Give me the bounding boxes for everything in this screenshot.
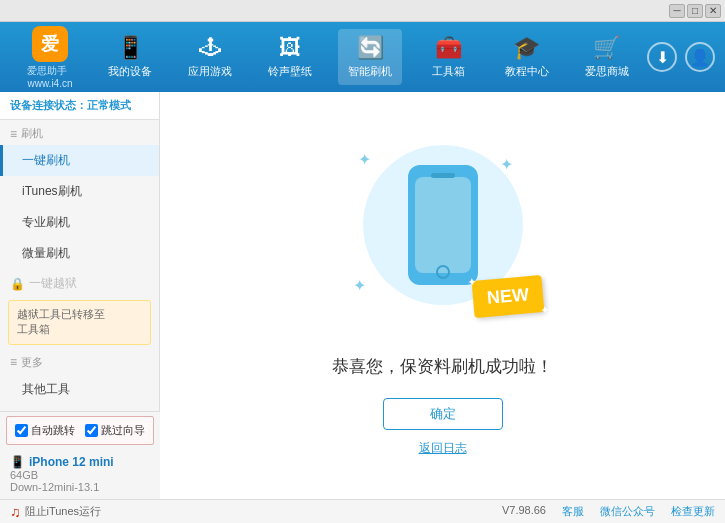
phone-screen xyxy=(415,177,471,273)
device-icon: 📱 xyxy=(117,35,144,61)
sidebar-item-pro-flash[interactable]: 专业刷机 xyxy=(0,207,159,238)
sidebar-item-itunes-flash[interactable]: iTunes刷机 xyxy=(0,176,159,207)
device-info: 📱 iPhone 12 mini 64GB Down-12mini-13.1 xyxy=(0,449,160,499)
sparkle-icon-2: ✦ xyxy=(500,155,513,174)
itunes-label[interactable]: 阻止iTunes运行 xyxy=(25,504,102,519)
section-more-label: 更多 xyxy=(21,355,43,370)
nav-my-device[interactable]: 📱 我的设备 xyxy=(98,29,162,85)
section-icon: ≡ xyxy=(10,127,17,141)
nav-actions: ⬇ 👤 xyxy=(647,42,715,72)
section-jailbreak-label: 一键越狱 xyxy=(29,275,77,292)
skip-wizard-checkbox-label[interactable]: 跳过向导 xyxy=(85,423,145,438)
wallpaper-icon: 🖼 xyxy=(279,35,301,61)
logo-icon: 爱 xyxy=(32,26,68,62)
new-badge: NEW xyxy=(471,275,544,318)
nav-flash-label: 智能刷机 xyxy=(348,64,392,79)
support-link[interactable]: 客服 xyxy=(562,504,584,519)
user-button[interactable]: 👤 xyxy=(685,42,715,72)
logo-text: 爱思助手 www.i4.cn xyxy=(27,64,72,89)
nav-apps-label: 应用游戏 xyxy=(188,64,232,79)
section-flash-label: 刷机 xyxy=(21,126,43,141)
minimize-button[interactable]: ─ xyxy=(669,4,685,18)
tutorial-icon: 🎓 xyxy=(513,35,540,61)
auto-jump-checkbox[interactable] xyxy=(15,424,28,437)
version-label: V7.98.66 xyxy=(502,504,546,519)
footer-left: ♫ 阻止iTunes运行 xyxy=(10,504,101,520)
nav-shop-label: 爱思商城 xyxy=(585,64,629,79)
nav-smart-flash[interactable]: 🔄 智能刷机 xyxy=(338,29,402,85)
success-illustration: ✦ ✦ ✦ NEW xyxy=(343,135,543,335)
skip-wizard-label: 跳过向导 xyxy=(101,423,145,438)
phone-notch xyxy=(431,173,455,178)
flash-icon: 🔄 xyxy=(357,35,384,61)
content-area: ✦ ✦ ✦ NEW 恭喜您，保资料刷机成功啦！ 确定 返回日志 xyxy=(160,92,725,499)
sidebar-item-other-tools[interactable]: 其他工具 xyxy=(0,374,159,405)
nav-toolbox-label: 工具箱 xyxy=(432,64,465,79)
device-storage: 64GB xyxy=(10,469,150,481)
section-jailbreak-header: 🔒 一键越狱 xyxy=(0,269,159,296)
more-icon: ≡ xyxy=(10,355,17,369)
nav-bar: 📱 我的设备 🕹 应用游戏 🖼 铃声壁纸 🔄 智能刷机 🧰 工具箱 🎓 教程中心… xyxy=(90,29,647,85)
sidebar-item-micro-flash[interactable]: 微量刷机 xyxy=(0,238,159,269)
nav-tutorial[interactable]: 🎓 教程中心 xyxy=(495,29,559,85)
phone-image xyxy=(408,165,478,285)
nav-apps-games[interactable]: 🕹 应用游戏 xyxy=(178,29,242,85)
back-link[interactable]: 返回日志 xyxy=(419,440,467,457)
nav-my-device-label: 我的设备 xyxy=(108,64,152,79)
nav-toolbox[interactable]: 🧰 工具箱 xyxy=(419,29,479,85)
auto-jump-checkbox-label[interactable]: 自动跳转 xyxy=(15,423,75,438)
phone-icon: 📱 xyxy=(10,455,25,469)
status-value: 正常模式 xyxy=(87,99,131,111)
nav-wallpaper-label: 铃声壁纸 xyxy=(268,64,312,79)
header: 爱 爱思助手 www.i4.cn 📱 我的设备 🕹 应用游戏 🖼 铃声壁纸 🔄 … xyxy=(0,22,725,92)
connection-status: 设备连接状态：正常模式 xyxy=(0,92,159,120)
maximize-button[interactable]: □ xyxy=(687,4,703,18)
toolbox-icon: 🧰 xyxy=(435,35,462,61)
itunes-icon: ♫ xyxy=(10,504,21,520)
section-flash-header: ≡ 刷机 xyxy=(0,120,159,145)
nav-shop[interactable]: 🛒 爱思商城 xyxy=(575,29,639,85)
skip-wizard-checkbox[interactable] xyxy=(85,424,98,437)
sparkle-icon-3: ✦ xyxy=(353,276,366,295)
jailbreak-note: 越狱工具已转移至工具箱 xyxy=(8,300,151,345)
success-message: 恭喜您，保资料刷机成功啦！ xyxy=(332,355,553,378)
wechat-link[interactable]: 微信公众号 xyxy=(600,504,655,519)
shop-icon: 🛒 xyxy=(593,35,620,61)
title-bar: ─ □ ✕ xyxy=(0,0,725,22)
device-system: Down-12mini-13.1 xyxy=(10,481,150,493)
apps-icon: 🕹 xyxy=(199,35,221,61)
check-update-link[interactable]: 检查更新 xyxy=(671,504,715,519)
checkbox-row: 自动跳转 跳过向导 xyxy=(6,416,154,445)
logo: 爱 爱思助手 www.i4.cn xyxy=(10,26,90,89)
phone-home-button xyxy=(436,265,450,279)
auto-jump-label: 自动跳转 xyxy=(31,423,75,438)
bottom-panel: 自动跳转 跳过向导 📱 iPhone 12 mini 64GB Down-12m… xyxy=(0,411,160,499)
confirm-button[interactable]: 确定 xyxy=(383,398,503,430)
status-label: 设备连接状态： xyxy=(10,99,87,111)
status-bar: ♫ 阻止iTunes运行 V7.98.66 客服 微信公众号 检查更新 xyxy=(0,499,725,523)
lock-icon: 🔒 xyxy=(10,277,25,291)
sparkle-icon-1: ✦ xyxy=(358,150,371,169)
device-name: 📱 iPhone 12 mini xyxy=(10,455,150,469)
close-button[interactable]: ✕ xyxy=(705,4,721,18)
download-button[interactable]: ⬇ xyxy=(647,42,677,72)
nav-wallpaper[interactable]: 🖼 铃声壁纸 xyxy=(258,29,322,85)
nav-tutorial-label: 教程中心 xyxy=(505,64,549,79)
section-more-header: ≡ 更多 xyxy=(0,349,159,374)
status-right: V7.98.66 客服 微信公众号 检查更新 xyxy=(502,504,715,519)
sidebar-item-one-key-flash[interactable]: 一键刷机 xyxy=(0,145,159,176)
